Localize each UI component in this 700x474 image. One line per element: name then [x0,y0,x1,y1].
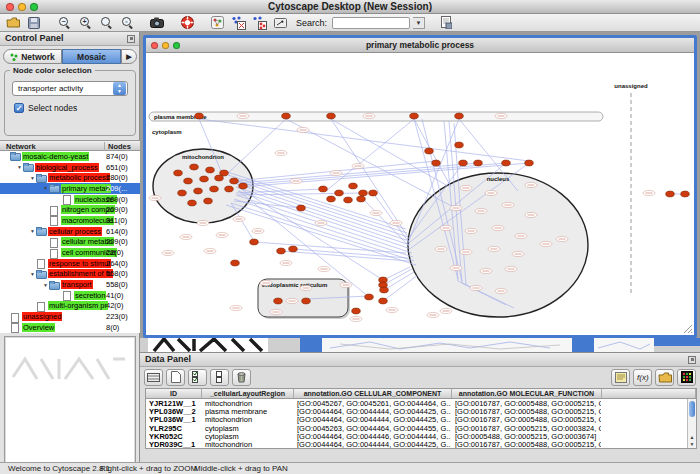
help-lifesaver-icon[interactable] [178,15,196,30]
network-node[interactable] [204,198,213,204]
network-node[interactable] [194,188,203,194]
expand-arrow-icon[interactable]: ▼ [29,228,36,234]
network-node[interactable] [425,148,434,154]
attribute-table-row[interactable]: YDR039C__1mitochondrion[GO:0044464, GO:0… [146,440,696,448]
save-icon[interactable] [25,15,43,30]
heatmap-icon[interactable] [677,369,696,386]
network-node[interactable] [352,308,361,314]
tab-network[interactable]: Network [3,49,62,64]
network-node[interactable] [195,113,204,119]
table-scrollbar[interactable]: ▲ ▼ [687,399,696,448]
open-attribute-file-icon[interactable] [655,369,674,386]
function-builder-icon[interactable]: f(x) [633,369,652,386]
network-node[interactable] [184,178,193,184]
nodes-column-header[interactable]: Nodes [104,142,131,151]
network-node[interactable] [335,190,344,196]
network-canvas[interactable]: plasma membranecytoplasmmitochondrionnuc… [146,53,694,335]
snapshot-camera-icon[interactable] [148,15,166,30]
layout-blue-icon[interactable] [229,15,247,30]
tree-row[interactable]: ▼biological_process651(0) [0,162,140,173]
tree-row[interactable]: multi-organism pr42(0) [0,301,140,312]
zoom-in-icon[interactable]: + [76,15,94,30]
network-node[interactable] [188,200,197,206]
network-node[interactable] [200,176,209,182]
network-column-header[interactable]: Network [6,142,36,151]
network-node[interactable] [455,113,464,119]
tree-row[interactable]: ▼primary metab209(... [0,183,140,194]
network-node[interactable] [190,164,199,170]
birdseye-view-panel[interactable] [4,336,136,474]
network-node[interactable] [432,160,441,166]
network-node[interactable] [225,186,234,192]
network-node[interactable] [455,142,464,148]
tree-row[interactable]: nucleobase-209(0) [0,194,140,205]
network-node[interactable] [297,205,306,211]
network-node[interactable] [344,197,353,203]
open-icon[interactable] [4,15,22,30]
tree-row[interactable]: ▼transport558(0) [0,279,140,290]
attribute-table-icon[interactable] [144,369,163,386]
zoom-fit-icon[interactable] [97,15,115,30]
network-node[interactable] [327,196,336,202]
network-node[interactable] [206,167,215,173]
unselect-attributes-icon[interactable] [210,369,229,386]
expand-arrow-icon[interactable]: ▼ [42,185,49,191]
search-input[interactable] [332,17,410,29]
network-node[interactable] [410,113,419,119]
col-molecular-function[interactable]: annotation.GO MOLECULAR_FUNCTION [452,389,602,398]
import-attributes-icon[interactable] [437,15,455,30]
expand-arrow-icon[interactable]: ▼ [29,271,36,277]
tree-row[interactable]: secretion41(0) [0,290,140,301]
attribute-notes-icon[interactable] [611,369,630,386]
col-region[interactable]: _cellularLayoutRegion [202,389,294,398]
float-panel-icon[interactable] [127,35,135,43]
network-node[interactable] [174,170,183,176]
float-data-panel-icon[interactable] [688,356,696,364]
tree-row[interactable]: ▼establishment of lo558(0) [0,269,140,280]
network-node[interactable] [274,298,283,304]
network-node[interactable] [230,178,239,184]
scroll-up-icon[interactable]: ▲ [688,434,696,441]
scroll-down-icon[interactable]: ▼ [688,441,696,448]
expand-arrow-icon[interactable]: ▼ [16,164,23,170]
network-node[interactable] [681,191,690,197]
tree-row[interactable]: mosaic-demo-yeast874(0) [0,151,140,162]
attribute-dropdown[interactable]: transporter activity ▲▼ [12,81,128,96]
tree-row[interactable]: unassigned223(0) [0,311,140,322]
network-node[interactable] [327,113,336,119]
tab-overflow-arrow-icon[interactable]: ▶ [121,49,137,64]
expand-arrow-icon[interactable]: ▼ [29,175,36,181]
select-attributes-icon[interactable] [188,369,207,386]
network-node[interactable] [459,160,468,166]
network-overview-icon[interactable] [208,15,226,30]
network-node[interactable] [215,175,224,181]
network-node[interactable] [239,183,248,189]
network-node[interactable] [349,183,358,189]
network-node[interactable] [502,160,511,166]
network-node[interactable] [210,186,219,192]
tab-mosaic[interactable]: Mosaic [62,49,121,64]
network-node[interactable] [369,190,378,196]
network-view-titlebar[interactable]: primary metabolic process [146,38,694,53]
network-node[interactable] [302,298,311,304]
network-node[interactable] [666,191,675,197]
network-node[interactable] [178,190,187,196]
network-node[interactable] [277,248,286,254]
network-node[interactable] [365,294,374,300]
delete-attribute-icon[interactable] [232,369,251,386]
expand-arrow-icon[interactable]: ▼ [42,282,49,288]
zoom-out-icon[interactable]: − [55,15,73,30]
tree-row[interactable]: cell communicat22(0) [0,247,140,258]
select-nodes-checkbox[interactable]: ✓ [14,103,24,113]
col-cellular-component[interactable]: annotation.GO CELLULAR_COMPONENT [294,389,452,398]
tree-row[interactable]: response to stimul264(0) [0,258,140,269]
network-node[interactable] [282,113,291,119]
tree-row[interactable]: macromolecule311(0) [0,215,140,226]
network-node[interactable] [357,196,366,202]
network-node[interactable] [359,190,368,196]
network-node[interactable] [319,186,328,192]
tree-row[interactable]: Overview8(0) [0,322,140,333]
scrollbar-thumb[interactable] [689,401,695,417]
col-id[interactable]: ID [146,389,202,398]
tree-row[interactable]: ▼metabolic process280(0) [0,172,140,183]
